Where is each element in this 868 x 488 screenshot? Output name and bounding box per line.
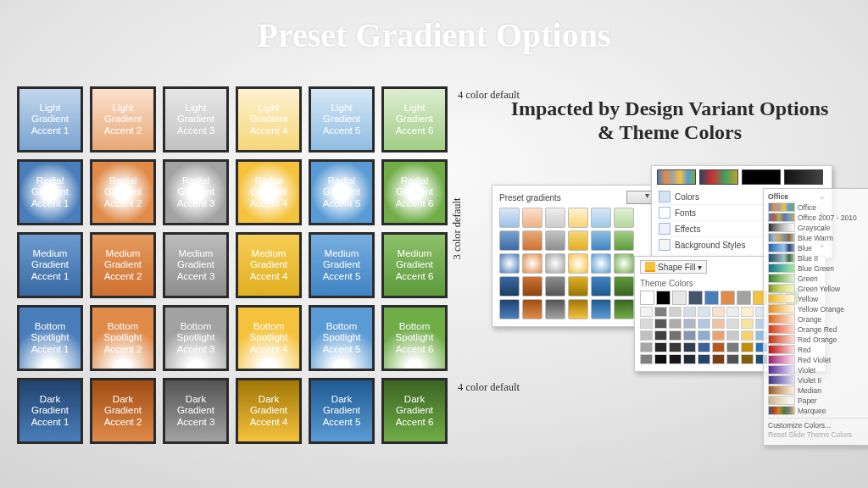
- shade-swatch[interactable]: [683, 342, 696, 352]
- shade-swatch[interactable]: [683, 307, 696, 317]
- color-theme-item[interactable]: Median: [768, 385, 868, 395]
- shade-swatch[interactable]: [698, 319, 710, 329]
- color-theme-item[interactable]: Red Orange: [768, 335, 868, 344]
- preset-thumb[interactable]: [568, 230, 588, 251]
- color-theme-item[interactable]: Green: [768, 274, 868, 283]
- variant-thumb[interactable]: [699, 169, 738, 185]
- shade-swatch[interactable]: [698, 342, 710, 352]
- preset-thumb[interactable]: [545, 276, 565, 297]
- theme-color-swatch[interactable]: [688, 291, 703, 305]
- preset-thumb[interactable]: [591, 230, 611, 251]
- shade-swatch[interactable]: [640, 319, 653, 329]
- preset-thumb[interactable]: [614, 208, 634, 228]
- theme-color-swatch[interactable]: [721, 291, 735, 305]
- color-theme-item[interactable]: Blue II: [768, 253, 868, 263]
- preset-thumb[interactable]: [499, 230, 520, 251]
- shade-swatch[interactable]: [640, 307, 653, 317]
- preset-thumb[interactable]: [614, 299, 634, 319]
- shade-swatch[interactable]: [712, 330, 725, 341]
- preset-thumb[interactable]: [522, 230, 542, 251]
- shade-swatch[interactable]: [712, 342, 725, 352]
- preset-thumb[interactable]: [591, 299, 611, 319]
- color-theme-item[interactable]: Office: [768, 202, 868, 212]
- theme-color-swatch[interactable]: [704, 291, 719, 305]
- color-theme-item[interactable]: Orange: [768, 314, 868, 324]
- shade-swatch[interactable]: [669, 330, 682, 341]
- color-theme-item[interactable]: Office 2007 - 2010: [768, 213, 868, 222]
- shade-swatch[interactable]: [683, 330, 696, 341]
- shade-swatch[interactable]: [698, 307, 710, 317]
- shade-swatch[interactable]: [669, 307, 682, 317]
- preset-thumb[interactable]: [499, 299, 520, 319]
- theme-color-swatch[interactable]: [640, 291, 654, 305]
- shade-swatch[interactable]: [640, 330, 653, 341]
- preset-thumb[interactable]: [522, 299, 542, 319]
- color-theme-item[interactable]: Marquee: [768, 406, 868, 415]
- customize-colors-item[interactable]: Customize Colors...: [768, 421, 868, 430]
- preset-thumb[interactable]: [545, 208, 565, 228]
- preset-thumb[interactable]: [614, 230, 634, 251]
- color-theme-item[interactable]: Violet: [768, 365, 868, 374]
- preset-thumb[interactable]: [591, 253, 611, 274]
- color-theme-item[interactable]: Yellow Orange: [768, 304, 868, 313]
- shade-swatch[interactable]: [741, 319, 754, 329]
- color-theme-item[interactable]: Green Yellow: [768, 284, 868, 293]
- shade-swatch[interactable]: [712, 354, 725, 364]
- shape-fill-button[interactable]: Shape Fill ▾: [640, 260, 707, 274]
- theme-color-swatch[interactable]: [672, 291, 687, 305]
- preset-thumb[interactable]: [568, 299, 588, 319]
- shade-swatch[interactable]: [669, 354, 682, 364]
- color-theme-item[interactable]: Orange Red: [768, 324, 868, 334]
- shade-swatch[interactable]: [726, 319, 739, 329]
- shade-swatch[interactable]: [726, 342, 739, 352]
- color-theme-item[interactable]: Blue: [768, 243, 868, 252]
- shade-swatch[interactable]: [726, 330, 739, 341]
- preset-thumb[interactable]: [614, 276, 634, 297]
- color-theme-item[interactable]: Blue Warm: [768, 233, 868, 242]
- shade-swatch[interactable]: [698, 330, 710, 341]
- preset-thumb[interactable]: [499, 253, 520, 274]
- preset-thumb[interactable]: [568, 253, 588, 274]
- shade-swatch[interactable]: [683, 319, 696, 329]
- preset-thumb[interactable]: [499, 208, 520, 228]
- color-theme-item[interactable]: Red: [768, 345, 868, 354]
- preset-thumb[interactable]: [614, 253, 634, 274]
- shade-swatch[interactable]: [654, 319, 667, 329]
- color-theme-item[interactable]: Yellow: [768, 294, 868, 303]
- color-theme-item[interactable]: Violet II: [768, 375, 868, 385]
- color-theme-item[interactable]: Red Violet: [768, 355, 868, 364]
- preset-thumb[interactable]: [499, 276, 520, 297]
- shade-swatch[interactable]: [654, 342, 667, 352]
- preset-thumb[interactable]: [522, 208, 542, 228]
- shade-swatch[interactable]: [654, 354, 667, 364]
- shade-swatch[interactable]: [726, 307, 739, 317]
- shade-swatch[interactable]: [712, 319, 725, 329]
- preset-thumb[interactable]: [545, 299, 565, 319]
- preset-thumb[interactable]: [522, 253, 542, 274]
- shade-swatch[interactable]: [726, 354, 739, 364]
- preset-thumb[interactable]: [591, 276, 611, 297]
- color-theme-item[interactable]: Paper: [768, 396, 868, 405]
- preset-thumb[interactable]: [545, 253, 565, 274]
- preset-thumb[interactable]: [568, 276, 588, 297]
- shade-swatch[interactable]: [741, 330, 754, 341]
- shade-swatch[interactable]: [654, 307, 667, 317]
- shade-swatch[interactable]: [683, 354, 696, 364]
- shade-swatch[interactable]: [741, 342, 754, 352]
- shade-swatch[interactable]: [654, 330, 667, 341]
- shade-swatch[interactable]: [712, 307, 725, 317]
- color-theme-item[interactable]: Blue Green: [768, 263, 868, 273]
- shade-swatch[interactable]: [741, 307, 754, 317]
- shade-swatch[interactable]: [698, 354, 710, 364]
- shade-swatch[interactable]: [741, 354, 754, 364]
- shade-swatch[interactable]: [640, 342, 653, 352]
- preset-thumb[interactable]: [522, 276, 542, 297]
- color-theme-item[interactable]: Grayscale: [768, 223, 868, 232]
- shade-swatch[interactable]: [669, 319, 682, 329]
- shade-swatch[interactable]: [640, 354, 653, 364]
- variant-thumb[interactable]: [742, 169, 781, 185]
- preset-thumb[interactable]: [545, 230, 565, 251]
- preset-thumb[interactable]: [568, 208, 588, 228]
- shade-swatch[interactable]: [669, 342, 682, 352]
- theme-color-swatch[interactable]: [737, 291, 751, 305]
